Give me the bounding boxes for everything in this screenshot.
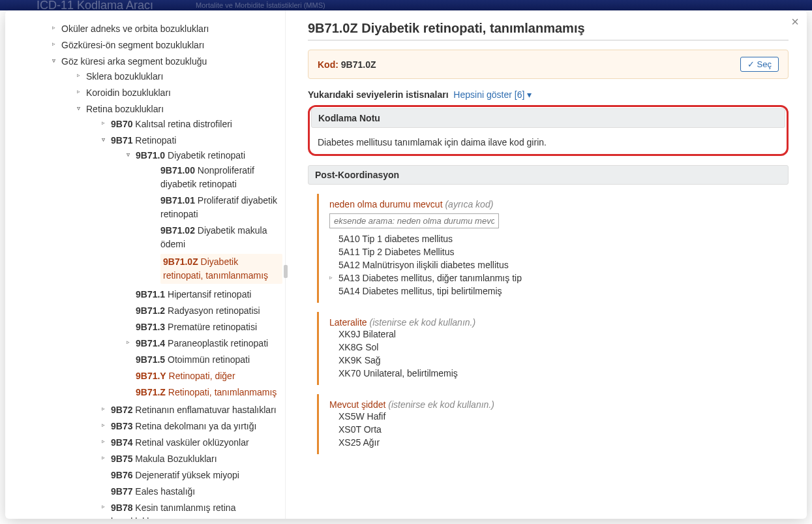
app-title: ICD-11 Kodlama Aracı [37,0,153,10]
app-subtitle: Mortalite ve Morbidite İstatistikleri (M… [196,1,325,9]
